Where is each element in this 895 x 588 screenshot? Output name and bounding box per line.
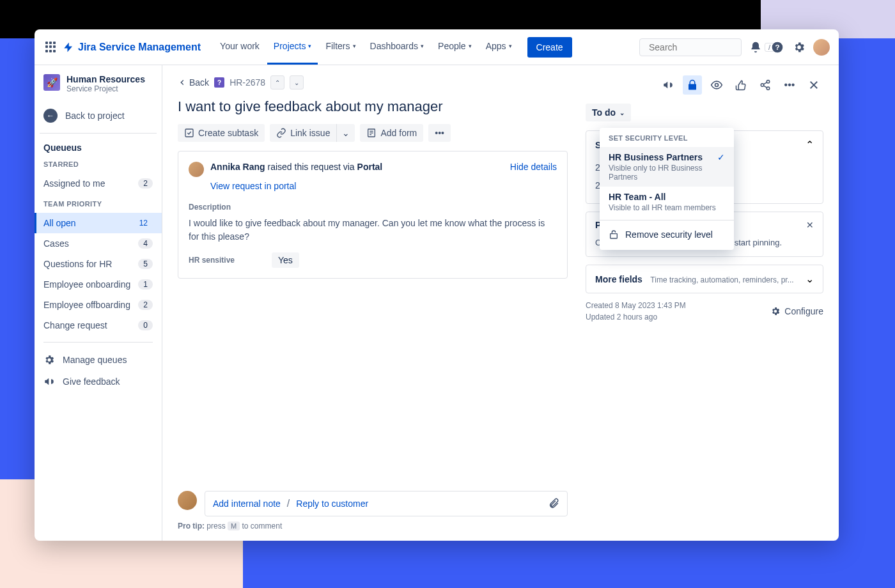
app-window: Jira Service Management Your work Projec…	[35, 29, 839, 541]
give-feedback[interactable]: Give feedback	[35, 371, 162, 392]
svg-line-14	[763, 86, 767, 88]
form-icon	[366, 128, 377, 138]
separator: /	[287, 498, 290, 509]
attachment-icon[interactable]	[548, 498, 559, 509]
gear-icon	[43, 354, 55, 366]
queue-cases[interactable]: Cases 4	[35, 233, 162, 254]
more-icon: •••	[435, 128, 444, 138]
updated-date: Updated 2 hours ago	[586, 313, 686, 321]
project-name: Human Resources	[66, 74, 145, 84]
description-value[interactable]: I would like to give feedback about my m…	[189, 217, 557, 244]
chevron-down-icon: ▾	[421, 43, 424, 49]
hide-details-link[interactable]: Hide details	[510, 162, 557, 172]
queue-all-open[interactable]: All open 12	[35, 213, 162, 233]
comment-box[interactable]: Add internal note / Reply to customer	[205, 491, 568, 516]
settings-icon[interactable]	[791, 40, 807, 55]
nav-filters[interactable]: Filters▾	[319, 30, 362, 65]
configure-button[interactable]: Configure	[770, 306, 823, 316]
share-icon[interactable]	[756, 75, 775, 95]
svg-text:?: ?	[775, 43, 779, 51]
status-button[interactable]: To do ⌄	[586, 104, 631, 121]
product-name: Jira Service Management	[78, 42, 201, 53]
watch-icon[interactable]	[707, 75, 726, 95]
nav-people[interactable]: People▾	[432, 30, 478, 65]
more-actions-button[interactable]: •••	[428, 124, 451, 142]
nav-your-work[interactable]: Your work	[214, 30, 266, 65]
issue-type-icon: ?	[214, 77, 224, 88]
chevron-down-icon: ⌄	[342, 128, 350, 138]
nav-apps[interactable]: Apps▾	[479, 30, 518, 65]
add-form-button[interactable]: Add form	[360, 124, 423, 142]
chevron-down-icon: ▾	[469, 43, 472, 49]
link-issue-button[interactable]: Link issue	[270, 124, 336, 142]
issue-title[interactable]: I want to give feedback about my manager	[178, 98, 568, 115]
search-field[interactable]	[649, 42, 761, 52]
comment-area: Add internal note / Reply to customer Pr…	[178, 478, 568, 530]
divider	[43, 342, 153, 343]
queue-offboarding[interactable]: Employee offboarding 2	[35, 295, 162, 315]
app-switcher-icon[interactable]	[43, 40, 59, 55]
link-icon	[276, 128, 286, 138]
queue-change-request[interactable]: Change request 0	[35, 315, 162, 336]
security-option-hr-partners[interactable]: HR Business Partners Visible only to HR …	[600, 147, 734, 187]
starred-label: STARRED	[35, 160, 162, 173]
svg-point-12	[767, 87, 770, 90]
chevron-left-icon	[178, 78, 187, 87]
project-header[interactable]: 🚀 Human Resources Service Project	[35, 74, 162, 102]
notifications-icon[interactable]	[748, 40, 763, 55]
nav-projects[interactable]: Projects▾	[267, 30, 318, 65]
back-button[interactable]: Back	[178, 77, 209, 88]
nav-dashboards[interactable]: Dashboards▾	[364, 30, 431, 65]
vote-icon[interactable]	[731, 75, 751, 95]
security-option-hr-team-all[interactable]: HR Team - All Visible to all HR team mem…	[600, 187, 734, 217]
more-icon[interactable]: •••	[780, 75, 799, 95]
gear-icon	[770, 306, 781, 316]
divider	[600, 220, 734, 220]
project-icon: 🚀	[43, 74, 60, 91]
reply-customer-link[interactable]: Reply to customer	[296, 499, 368, 509]
svg-point-10	[767, 81, 770, 84]
svg-point-9	[715, 84, 719, 87]
close-icon[interactable]: ✕	[806, 220, 814, 230]
queue-assigned-to-me[interactable]: Assigned to me 2	[35, 173, 162, 194]
view-in-portal-link[interactable]: View request in portal	[210, 181, 557, 191]
issue-key[interactable]: HR-2678	[230, 77, 265, 88]
user-avatar[interactable]	[813, 39, 830, 56]
description-label: Description	[189, 203, 557, 212]
subtask-icon	[184, 128, 194, 138]
back-to-project[interactable]: ← Back to project	[40, 102, 157, 134]
hr-sensitive-value[interactable]: Yes	[272, 252, 299, 268]
check-icon: ✓	[717, 152, 725, 162]
lock-icon[interactable]	[683, 75, 702, 95]
bolt-icon	[63, 42, 74, 53]
close-icon[interactable]	[804, 75, 823, 95]
next-issue-button[interactable]: ⌄	[290, 75, 304, 89]
chevron-down-icon: ⌄	[805, 273, 814, 285]
svg-line-13	[763, 82, 767, 84]
create-button[interactable]: Create	[527, 37, 572, 58]
chevron-down-icon: ▾	[509, 43, 512, 49]
queue-onboarding[interactable]: Employee onboarding 1	[35, 274, 162, 295]
product-logo[interactable]: Jira Service Management	[63, 42, 201, 53]
top-nav: Jira Service Management Your work Projec…	[35, 29, 839, 65]
search-input[interactable]: /	[639, 38, 742, 56]
request-details-card: Annika Rang raised this request via Port…	[178, 151, 568, 279]
prev-issue-button[interactable]: ⌃	[270, 75, 284, 89]
queue-questions-hr[interactable]: Questions for HR 5	[35, 254, 162, 274]
security-level-popup: SET SECURITY LEVEL HR Business Partners …	[600, 128, 734, 250]
create-subtask-button[interactable]: Create subtask	[178, 124, 265, 142]
link-issue-dropdown[interactable]: ⌄	[336, 124, 355, 142]
chevron-down-icon: ▾	[353, 43, 356, 49]
main-content: Back ? HR-2678 ⌃ ⌄ I want to give feedba…	[162, 65, 839, 541]
created-date: Created 8 May 2023 1:43 PM	[586, 301, 686, 310]
pro-tip: Pro tip: press M to comment	[178, 522, 568, 530]
remove-security-level[interactable]: Remove security level	[600, 223, 734, 246]
more-fields-panel[interactable]: More fields Time tracking, automation, r…	[586, 265, 823, 293]
add-internal-note-link[interactable]: Add internal note	[213, 499, 281, 509]
megaphone-icon	[43, 376, 55, 387]
chevron-down-icon: ⌄	[619, 109, 625, 116]
popup-heading: SET SECURITY LEVEL	[600, 134, 734, 147]
manage-queues[interactable]: Manage queues	[35, 349, 162, 371]
feedback-icon[interactable]	[658, 75, 678, 95]
help-icon[interactable]: ?	[770, 40, 785, 55]
